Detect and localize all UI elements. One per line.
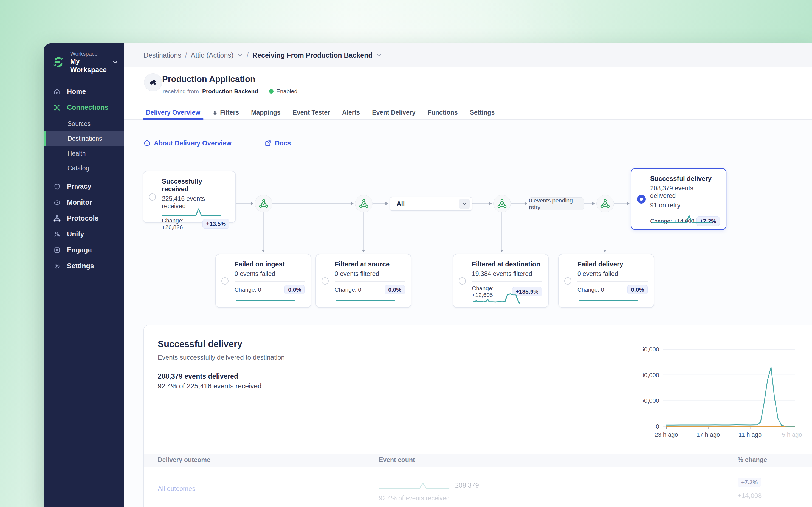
event-count-sub: 92.4% of events received <box>379 495 450 502</box>
panel-title: Successful delivery <box>158 339 242 349</box>
tab-event-tester[interactable]: Event Tester <box>287 106 336 119</box>
card-filtered-at-destination[interactable]: Filtered at destination 19,384 events fi… <box>453 254 548 308</box>
svg-text:17 h ago: 17 h ago <box>697 431 720 438</box>
card-failed-on-ingest[interactable]: Failed on ingest 0 events failed Change:… <box>215 254 311 308</box>
all-outcomes-link[interactable]: All outcomes <box>158 485 195 493</box>
svg-text:50,000: 50,000 <box>643 397 659 404</box>
workspace-logo-icon <box>51 55 66 70</box>
subtitle-source: Production Backend <box>202 88 258 95</box>
engage-icon <box>53 246 61 254</box>
sparkline <box>162 206 221 219</box>
page-header: Production Application receiving from Pr… <box>124 67 812 120</box>
info-icon <box>143 139 151 147</box>
main-area: Destinations / Attio (Actions) / Receivi… <box>124 43 812 507</box>
tab-functions[interactable]: Functions <box>422 106 464 119</box>
attio-logo-icon <box>148 77 158 88</box>
breadcrumb-destinations[interactable]: Destinations <box>143 51 181 59</box>
status-badge: Enabled <box>269 88 297 95</box>
radio-filtered-at-destination[interactable] <box>459 277 466 284</box>
sparkline <box>379 481 450 491</box>
pending-retry-chip: 0 events pending retry <box>529 197 584 211</box>
svg-text:100,000: 100,000 <box>643 372 659 379</box>
svg-text:23 h ago: 23 h ago <box>654 431 678 438</box>
workspace-name: My Workspace <box>70 57 107 74</box>
delivery-line-chart: 050,000100,000150,00023 h ago17 h ago11 … <box>643 336 808 446</box>
connector <box>372 203 388 204</box>
breadcrumb-connection[interactable]: Attio (Actions) <box>191 51 234 59</box>
sidebar: Workspace My Workspace Home Connections … <box>44 43 124 507</box>
external-link-icon <box>265 139 272 147</box>
tab-delivery-overview[interactable]: Delivery Overview <box>140 106 206 119</box>
breadcrumb-current[interactable]: Receiving From Production Backend <box>252 51 372 59</box>
card-failed-delivery[interactable]: Failed delivery 0 events failed Change: … <box>558 254 654 308</box>
connector <box>472 203 491 204</box>
sidebar-nav: Home Connections Sources Destinations He… <box>44 84 124 274</box>
table-row: All outcomes 208,379 92.4% of events rec… <box>144 467 812 507</box>
table-header: Delivery outcome Event count % change <box>144 453 812 467</box>
tab-settings[interactable]: Settings <box>464 106 501 119</box>
radio-failed-on-ingest[interactable] <box>221 277 229 284</box>
pipeline-node-icon <box>355 195 372 212</box>
sparkline <box>335 292 396 303</box>
connections-icon <box>53 104 61 111</box>
shield-icon <box>53 183 61 190</box>
connector-down <box>604 212 605 252</box>
tab-filters[interactable]: Filters <box>206 106 245 119</box>
protocol-icon <box>53 215 61 222</box>
workspace-switcher[interactable]: Workspace My Workspace <box>44 43 124 80</box>
about-delivery-overview-link[interactable]: About Delivery Overview <box>143 139 232 147</box>
connector <box>614 203 629 204</box>
sidebar-item-monitor[interactable]: Monitor <box>44 194 124 211</box>
sidebar-item-privacy[interactable]: Privacy <box>44 179 124 194</box>
svg-text:5 h ago: 5 h ago <box>782 431 802 438</box>
sidebar-item-engage[interactable]: Engage <box>44 242 124 258</box>
sparkline <box>650 213 713 226</box>
radio-successfully-received[interactable] <box>149 193 156 201</box>
card-successfully-received[interactable]: Successfully received 225,416 events rec… <box>142 171 236 223</box>
chevron-down-icon[interactable] <box>376 52 382 58</box>
connector <box>511 203 527 204</box>
sidebar-item-health[interactable]: Health <box>44 146 124 161</box>
subtitle-prefix: receiving from <box>163 88 199 95</box>
sidebar-item-catalog[interactable]: Catalog <box>44 161 124 176</box>
sidebar-item-unify[interactable]: Unify <box>44 226 124 242</box>
tab-event-delivery[interactable]: Event Delivery <box>366 106 422 119</box>
radio-failed-delivery[interactable] <box>564 277 571 284</box>
sidebar-item-destinations[interactable]: Destinations <box>44 131 124 146</box>
sidebar-item-connections[interactable]: Connections <box>44 100 124 115</box>
radio-filtered-at-source[interactable] <box>322 277 329 284</box>
successful-delivery-panel: Successful delivery Events successfully … <box>143 325 812 507</box>
card-filtered-at-source[interactable]: Filtered at source 0 events filtered Cha… <box>315 254 411 308</box>
event-filter-select[interactable]: All <box>390 197 472 211</box>
connector <box>584 203 594 204</box>
connector-down <box>502 212 502 252</box>
breadcrumb: Destinations / Attio (Actions) / Receivi… <box>143 51 382 59</box>
gauge-icon <box>53 199 61 206</box>
tab-mappings[interactable]: Mappings <box>245 106 286 119</box>
sidebar-item-sources[interactable]: Sources <box>44 117 124 131</box>
status-dot-icon <box>269 89 274 94</box>
workspace-label: Workspace <box>70 51 107 57</box>
page-title: Production Application <box>162 74 255 84</box>
pipeline-node-icon <box>255 195 273 212</box>
sidebar-item-settings[interactable]: Settings <box>44 258 124 274</box>
sparkline <box>472 289 533 305</box>
lock-icon <box>212 110 218 115</box>
card-successful-delivery[interactable]: Successful delivery 208,379 events deliv… <box>631 168 727 230</box>
tab-alerts[interactable]: Alerts <box>336 106 366 119</box>
sidebar-item-home[interactable]: Home <box>44 84 124 100</box>
connector <box>273 203 353 204</box>
sparkline <box>235 292 296 303</box>
sidebar-item-protocols[interactable]: Protocols <box>44 211 124 226</box>
change-badge: +13.5% <box>202 219 229 229</box>
change-value: +14,008 <box>738 492 761 500</box>
breadcrumb-bar: Destinations / Attio (Actions) / Receivi… <box>124 43 812 67</box>
gear-icon <box>53 262 61 270</box>
connector-down <box>263 212 264 252</box>
screenshot-root: { "sidebar": { "workspace_label": "Works… <box>0 0 812 507</box>
chevron-down-icon[interactable] <box>237 52 243 58</box>
docs-link[interactable]: Docs <box>265 139 291 147</box>
panel-subtitle: Events successfully delivered to destina… <box>158 354 285 361</box>
radio-successful-delivery[interactable] <box>637 195 646 204</box>
chevron-down-icon[interactable] <box>459 199 470 209</box>
